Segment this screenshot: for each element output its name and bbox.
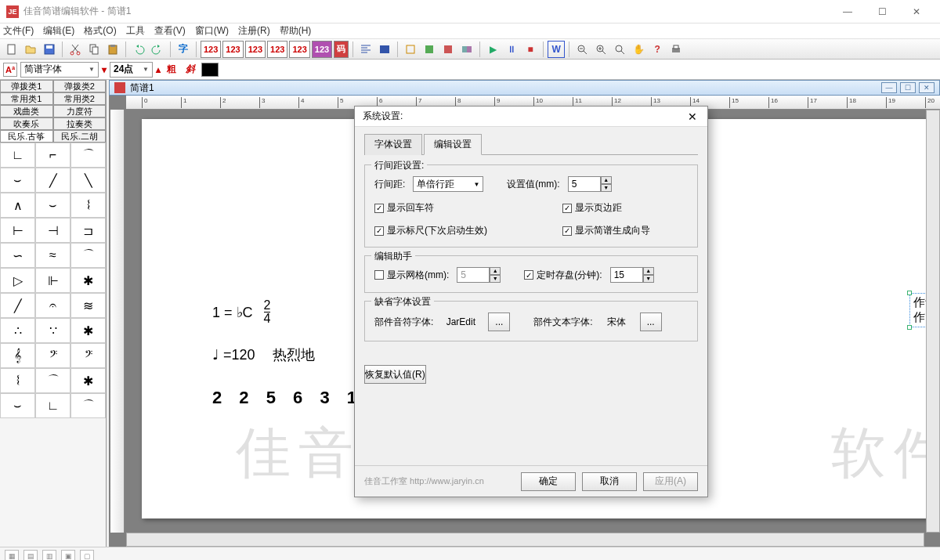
code-123-4[interactable]: 123 <box>267 41 287 58</box>
code-ma[interactable]: 码 <box>334 41 349 58</box>
save-button[interactable] <box>41 41 58 58</box>
palette-tab-8[interactable]: 民乐.古筝 <box>0 130 53 143</box>
play-button[interactable]: ▶ <box>484 41 501 58</box>
close-button[interactable]: ✕ <box>899 1 934 23</box>
palette-tab-4[interactable]: 戏曲类 <box>0 105 53 117</box>
palette-tab-5[interactable]: 力度符 <box>53 105 107 117</box>
palette-cell-22[interactable]: ∵ <box>35 318 70 343</box>
insert-2-button[interactable] <box>421 41 438 58</box>
zoom-fit-button[interactable] <box>611 41 628 58</box>
palette-cell-15[interactable]: ▷ <box>0 268 35 293</box>
help-button[interactable]: ? <box>649 41 666 58</box>
export-w-button[interactable]: W <box>548 41 565 58</box>
maximize-button[interactable]: ☐ <box>865 1 899 23</box>
palette-cell-0[interactable]: ∟ <box>0 143 35 168</box>
vertical-scrollbar[interactable] <box>926 110 940 533</box>
line-spacing-combo[interactable]: 单倍行距 <box>413 176 483 192</box>
palette-cell-18[interactable]: ╱ <box>0 293 35 318</box>
palette-cell-25[interactable]: 𝄢 <box>35 343 70 368</box>
palette-cell-19[interactable]: 𝄐 <box>35 293 70 318</box>
dialog-close-button[interactable]: ✕ <box>685 110 700 124</box>
menu-help[interactable]: 帮助(H) <box>280 24 312 38</box>
insert-3-button[interactable] <box>439 41 457 58</box>
palette-cell-28[interactable]: ⌒ <box>35 368 70 393</box>
size-down-button[interactable]: ▾ <box>102 64 107 75</box>
pause-button[interactable]: ⏸ <box>503 41 520 58</box>
palette-cell-27[interactable]: 𝄔 <box>0 368 35 393</box>
print-button[interactable] <box>667 41 685 58</box>
zoom-in-button[interactable] <box>592 41 609 58</box>
note-font-browse-button[interactable]: ... <box>488 313 510 331</box>
font-size-combo[interactable]: 24点 <box>110 62 153 78</box>
palette-cell-23[interactable]: ✱ <box>70 318 106 343</box>
palette-cell-24[interactable]: 𝄞 <box>0 343 35 368</box>
code-123-2[interactable]: 123 <box>222 41 243 58</box>
apply-button[interactable]: 应用(A) <box>643 472 698 491</box>
zoom-out-button[interactable] <box>573 41 591 58</box>
font-button[interactable]: 字 <box>175 41 192 58</box>
code-123-3[interactable]: 123 <box>245 41 266 58</box>
autosave-checkbox[interactable]: ✓定时存盘(分钟): <box>524 269 602 282</box>
doc-minimize-button[interactable]: — <box>881 82 897 93</box>
view-mode-4[interactable]: ▣ <box>61 550 75 561</box>
palette-tab-7[interactable]: 拉奏类 <box>53 117 107 130</box>
palette-cell-3[interactable]: ⌣ <box>0 168 35 193</box>
palette-cell-17[interactable]: ✱ <box>70 268 106 293</box>
view-mode-2[interactable]: ▤ <box>24 550 38 561</box>
palette-cell-11[interactable]: ⊐ <box>70 218 106 243</box>
palette-cell-14[interactable]: ⌒ <box>70 243 106 268</box>
palette-cell-10[interactable]: ⊣ <box>35 218 70 243</box>
code-123-5[interactable]: 123 <box>289 41 309 58</box>
palette-cell-7[interactable]: ⌣ <box>35 193 70 218</box>
code-123-1[interactable]: 123 <box>201 41 221 58</box>
menu-format[interactable]: 格式(O) <box>84 24 116 38</box>
copy-button[interactable] <box>85 41 103 58</box>
palette-tab-0[interactable]: 弹拨类1 <box>0 80 53 92</box>
open-button[interactable] <box>22 41 39 58</box>
doc-maximize-button[interactable]: ☐ <box>900 82 916 93</box>
menu-register[interactable]: 注册(R) <box>238 24 270 38</box>
text-color-swatch[interactable] <box>201 63 219 77</box>
palette-tab-6[interactable]: 吹奏乐 <box>0 117 53 130</box>
palette-cell-4[interactable]: ╱ <box>35 168 70 193</box>
undo-button[interactable] <box>130 41 147 58</box>
palette-cell-9[interactable]: ⊢ <box>0 218 35 243</box>
align-block-button[interactable] <box>376 41 393 58</box>
tab-font-settings[interactable]: 字体设置 <box>364 134 422 155</box>
italic-button[interactable]: 斜 <box>183 63 198 76</box>
redo-button[interactable] <box>149 41 166 58</box>
code-123-sel[interactable]: 123 <box>312 41 332 58</box>
show-grid-checkbox[interactable]: 显示网格(mm): <box>374 269 449 282</box>
palette-cell-30[interactable]: ⌣ <box>0 393 35 418</box>
show-wizard-checkbox[interactable]: ✓显示简谱生成向导 <box>562 224 688 237</box>
palette-cell-1[interactable]: ⌐ <box>35 143 70 168</box>
cut-button[interactable] <box>67 41 84 58</box>
text-font-browse-button[interactable]: ... <box>640 313 662 331</box>
menu-tools[interactable]: 工具 <box>126 24 145 38</box>
spacing-value-spinner[interactable]: ▲▼ <box>568 176 612 192</box>
menu-edit[interactable]: 编辑(E) <box>43 24 74 38</box>
paste-button[interactable] <box>104 41 121 58</box>
palette-cell-29[interactable]: ✱ <box>70 368 106 393</box>
palette-cell-26[interactable]: 𝄢 <box>70 343 106 368</box>
palette-tab-2[interactable]: 常用类1 <box>0 92 53 105</box>
stop-button[interactable]: ■ <box>522 41 539 58</box>
palette-cell-13[interactable]: ≈ <box>35 243 70 268</box>
palette-cell-32[interactable]: ⌒ <box>70 393 106 418</box>
palette-tab-9[interactable]: 民乐.二胡 <box>53 130 107 143</box>
show-return-checkbox[interactable]: ✓显示回车符 <box>374 201 434 215</box>
bold-button[interactable]: 粗 <box>164 63 179 76</box>
palette-tab-1[interactable]: 弹拨类2 <box>53 80 107 92</box>
show-margin-checkbox[interactable]: ✓显示页边距 <box>562 201 688 215</box>
font-name-combo[interactable]: 简谱字体 <box>20 62 99 78</box>
minimize-button[interactable]: — <box>830 1 865 23</box>
view-mode-1[interactable]: ▦ <box>5 550 19 561</box>
cancel-button[interactable]: 取消 <box>582 472 637 491</box>
palette-tab-3[interactable]: 常用类2 <box>53 92 107 105</box>
palette-cell-6[interactable]: ∧ <box>0 193 35 218</box>
menu-file[interactable]: 文件(F) <box>3 24 34 38</box>
insert-1-button[interactable] <box>402 41 419 58</box>
grid-value-spinner[interactable]: ▲▼ <box>457 267 501 283</box>
autosave-value-spinner[interactable]: ▲▼ <box>610 267 654 283</box>
restore-defaults-button[interactable]: 恢复默认值(R) <box>364 365 426 384</box>
